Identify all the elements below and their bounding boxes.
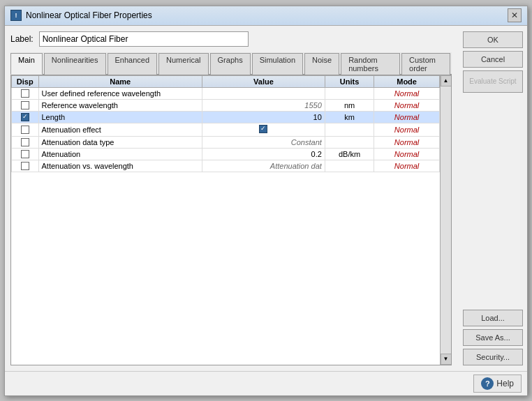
help-button[interactable]: ? Help <box>473 374 522 393</box>
disp-cell[interactable] <box>12 160 39 172</box>
save-as-button[interactable]: Save As... <box>463 329 523 346</box>
tab-main[interactable]: Main <box>10 53 43 75</box>
mode-cell: Normal <box>374 87 440 99</box>
dialog-body: Label: Main Nonlinearities Enhanced Nume… <box>5 26 527 371</box>
mode-cell: Normal <box>374 123 440 136</box>
units-cell <box>325 160 374 172</box>
name-cell: Attenuation effect <box>38 123 202 136</box>
units-cell: km <box>325 111 374 123</box>
label-row: Label: <box>10 31 452 47</box>
table-row[interactable]: User defined reference wavelength Normal <box>12 87 440 99</box>
table-row[interactable]: Attenuation vs. wavelength Attenuation d… <box>12 160 440 172</box>
col-header-disp: Disp <box>12 75 39 87</box>
disp-cell[interactable] <box>12 99 39 111</box>
name-cell: Length <box>38 111 202 123</box>
properties-table: Disp Name Value Units Mode <box>11 75 440 172</box>
disp-checkbox[interactable] <box>21 101 29 109</box>
tab-simulation[interactable]: Simulation <box>252 53 303 75</box>
disp-cell[interactable] <box>12 123 39 136</box>
value-cell: 0.2 <box>202 148 325 160</box>
disp-checkbox[interactable] <box>21 113 29 121</box>
title-bar-left: ! Nonlinear Optical Fiber Properties <box>10 10 152 21</box>
value-cell[interactable] <box>202 123 325 136</box>
dialog-icon: ! <box>10 10 22 21</box>
help-label: Help <box>496 379 514 388</box>
mode-cell: Normal <box>374 99 440 111</box>
bottom-bar: ? Help <box>5 371 527 395</box>
disp-checkbox[interactable] <box>21 150 29 158</box>
ok-button[interactable]: OK <box>463 31 523 48</box>
load-button[interactable]: Load... <box>463 310 523 326</box>
close-button[interactable]: ✕ <box>508 8 522 22</box>
help-icon: ? <box>481 377 494 390</box>
mode-cell: Normal <box>374 111 440 123</box>
col-header-value: Value <box>202 75 325 87</box>
units-cell: nm <box>325 99 374 111</box>
mode-cell: Normal <box>374 148 440 160</box>
tabs-bar: Main Nonlinearities Enhanced Numerical G… <box>10 52 452 75</box>
tab-random-numbers[interactable]: Random numbers <box>341 53 400 75</box>
name-cell: User defined reference wavelength <box>38 87 202 99</box>
value-checkbox[interactable] <box>259 125 267 133</box>
tab-noise[interactable]: Noise <box>304 53 339 75</box>
col-header-mode: Mode <box>374 75 440 87</box>
col-header-name: Name <box>38 75 202 87</box>
tab-nonlinearities[interactable]: Nonlinearities <box>44 53 106 75</box>
disp-cell[interactable] <box>12 87 39 99</box>
mode-cell: Normal <box>374 160 440 172</box>
units-cell: dB/km <box>325 148 374 160</box>
disp-cell[interactable] <box>12 148 39 160</box>
evaluate-script-button[interactable]: Evaluate Script <box>463 70 523 93</box>
security-button[interactable]: Security... <box>463 349 523 365</box>
units-cell <box>325 123 374 136</box>
vertical-scrollbar[interactable]: ▲ ▼ <box>440 75 451 365</box>
name-cell: Attenuation vs. wavelength <box>38 160 202 172</box>
col-header-units: Units <box>325 75 374 87</box>
table-row[interactable]: Attenuation effect Normal <box>12 123 440 136</box>
name-cell: Reference wavelength <box>38 99 202 111</box>
label-field-label: Label: <box>10 34 34 44</box>
units-cell <box>325 136 374 148</box>
table-row[interactable]: Length 10 km Normal <box>12 111 440 123</box>
value-cell: 10 <box>202 111 325 123</box>
tab-numerical[interactable]: Numerical <box>158 53 209 75</box>
name-cell: Attenuation <box>38 148 202 160</box>
disp-checkbox[interactable] <box>21 162 29 170</box>
mode-cell: Normal <box>374 136 440 148</box>
disp-checkbox[interactable] <box>21 138 29 146</box>
tab-enhanced[interactable]: Enhanced <box>108 53 158 75</box>
cancel-button[interactable]: Cancel <box>463 51 523 68</box>
table-row[interactable]: Attenuation data type Constant Normal <box>12 136 440 148</box>
disp-checkbox[interactable] <box>21 126 29 134</box>
dialog-title: Nonlinear Optical Fiber Properties <box>26 10 152 20</box>
value-cell <box>202 87 325 99</box>
main-content: Label: Main Nonlinearities Enhanced Nume… <box>5 26 457 371</box>
disp-cell[interactable] <box>12 111 39 123</box>
value-cell: 1550 <box>202 99 325 111</box>
label-input[interactable] <box>39 31 249 47</box>
tab-custom-order[interactable]: Custom order <box>401 53 450 75</box>
table-row[interactable]: Reference wavelength 1550 nm Normal <box>12 99 440 111</box>
tab-graphs[interactable]: Graphs <box>210 53 251 75</box>
title-bar: ! Nonlinear Optical Fiber Properties ✕ <box>5 6 527 26</box>
scroll-up-button[interactable]: ▲ <box>441 75 452 86</box>
value-cell: Constant <box>202 136 325 148</box>
scroll-down-button[interactable]: ▼ <box>441 354 452 365</box>
dialog-window: ! Nonlinear Optical Fiber Properties ✕ L… <box>4 6 528 396</box>
value-cell: Attenuation dat <box>202 160 325 172</box>
disp-cell[interactable] <box>12 136 39 148</box>
sidebar: OK Cancel Evaluate Script Load... Save A… <box>457 26 527 371</box>
name-cell: Attenuation data type <box>38 136 202 148</box>
disp-checkbox[interactable] <box>21 89 29 98</box>
table-header-row: Disp Name Value Units Mode <box>12 75 440 87</box>
table-row[interactable]: Attenuation 0.2 dB/km Normal <box>12 148 440 160</box>
units-cell <box>325 87 374 99</box>
